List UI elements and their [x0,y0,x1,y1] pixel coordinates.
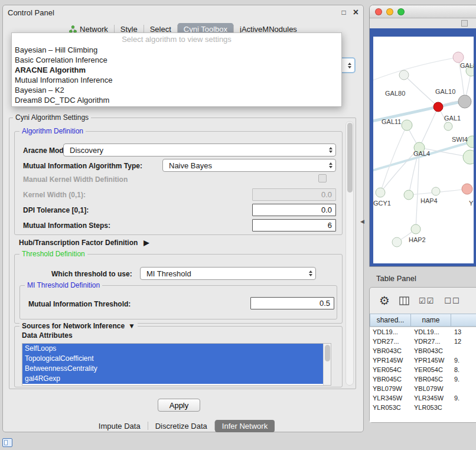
network-edge[interactable] [404,75,438,107]
network-node[interactable] [453,52,464,63]
tab-infer-network[interactable]: Infer Network [215,420,275,432]
table-cell: YDR27... [370,338,411,345]
aracne-mode-select[interactable]: Discovery [63,144,336,156]
mi-algorithm-type-select[interactable]: Naive Bayes [162,159,336,172]
network-node-label: SWI4 [452,136,468,143]
dpi-tolerance-field[interactable] [252,204,336,216]
columns-icon[interactable] [399,296,409,305]
control-panel-titlebar: Control Panel □ × [3,5,363,19]
list-scrollbar[interactable] [323,344,331,385]
select-all-icon[interactable]: ☑☑ [419,296,435,305]
table-row[interactable]: YLR345WYLR345W9. [370,393,476,403]
manual-kernel-width-checkbox[interactable] [318,174,327,182]
network-node[interactable] [444,122,452,131]
gear-icon[interactable]: ⚙ [379,295,390,306]
column-header-name[interactable]: name [411,314,451,327]
table-cell: YLR345W [411,394,451,402]
algorithm-option[interactable]: Basic Correlation Inference [12,55,341,65]
deselect-all-icon[interactable]: ☐☐ [444,296,460,305]
data-attribute-item[interactable]: gal4RGexp [22,374,323,384]
network-canvas[interactable]: GAL8GAL80GAL10GAL11GAL1SWI4GAL4GCY1HAP4H… [373,37,474,263]
apply-button[interactable]: Apply [158,399,200,412]
table-cell: YLR053C [370,404,411,411]
algorithm-option[interactable]: ARACNE Algorithm [12,65,341,75]
network-node[interactable] [376,188,385,197]
network-node-label: GAL10 [435,88,455,95]
sources-group: Sources for Network Inference ▼ Data Att… [14,326,343,387]
float-panel-icon[interactable]: □ [341,8,345,17]
tab-discretize-data[interactable]: Discretize Data [148,420,214,432]
network-view-frame: GAL8GAL80GAL10GAL11GAL1SWI4GAL4GCY1HAP4H… [370,28,476,266]
network-node[interactable] [402,120,412,131]
combo-arrows-icon [329,162,332,168]
algorithm-option[interactable]: Mutual Information Inference [12,75,341,85]
table-cell: YPR145W [370,357,411,364]
data-attribute-item[interactable]: SelfLoops [22,344,323,354]
algorithm-option[interactable]: Bayesian – K2 [12,85,341,95]
table-cell: 13 [451,328,476,335]
settings-scrollbar[interactable] [345,121,354,386]
network-node[interactable] [404,190,413,200]
table-cell: YDL19... [411,328,451,335]
data-attributes-list[interactable]: SelfLoopsTopologicalCoefficientBetweenne… [22,343,331,386]
network-node-label: GAL80 [385,90,405,97]
scrollbar-thumb[interactable] [347,123,353,193]
table-row[interactable]: YBR043CYBR043C [370,346,476,356]
column-header-partial[interactable] [451,314,476,327]
data-attribute-item[interactable]: TopologicalCoefficient [22,354,323,364]
view-corner-button[interactable] [461,20,468,27]
mi-algorithm-type-value: Naive Bayes [169,161,212,170]
scrollbar-thumb[interactable] [325,345,330,361]
table-row[interactable]: YDL19...YDL19...13 [370,327,476,337]
network-node[interactable] [462,184,472,194]
network-node[interactable] [411,224,420,234]
close-panel-icon[interactable]: × [353,8,358,17]
table-cell: YER054C [370,366,411,373]
network-node[interactable] [392,237,402,247]
algorithm-option[interactable]: Dream8 DC_TDC Algorithm [12,95,341,105]
table-row[interactable]: YDR27...YDR27...12 [370,337,476,346]
cyni-algorithm-settings-panel: Cyni Algorithm Settings Algorithm Defini… [9,118,356,389]
network-canvas-svg[interactable]: GAL8GAL80GAL10GAL11GAL1SWI4GAL4GCY1HAP4H… [373,37,474,263]
table-cell: YBR045C [370,376,411,383]
tab-infer-network-label: Infer Network [222,422,268,431]
mi-threshold-field[interactable] [250,297,334,309]
table-cell: 12 [451,338,476,345]
network-node[interactable] [463,150,474,164]
network-edge[interactable] [373,57,458,81]
table-cell: YDR27... [411,338,451,345]
table-cell: YBR043C [411,347,451,354]
hub-definition-toggle[interactable]: Hub/Transcription Factor Definition ▶ [19,239,149,247]
table-cell: 9. [451,376,476,383]
table-row[interactable]: YER054CYER054C8. [370,365,476,374]
sources-toggle[interactable]: Sources for Network Inference ▼ [19,322,138,330]
zoom-button[interactable] [397,8,405,15]
mi-steps-label: Mutual Information Steps: [23,221,110,230]
network-edge[interactable] [380,125,407,193]
mi-steps-field[interactable] [252,219,336,231]
network-edge[interactable] [419,107,438,148]
kernel-width-field [252,188,336,201]
tab-impute-data[interactable]: Impute Data [92,420,148,432]
network-node-label: GCY1 [373,200,391,207]
network-node[interactable] [433,102,443,112]
which-threshold-select[interactable]: MI Threshold [140,267,316,280]
table-row[interactable]: YPR145WYPR145W9. [370,356,476,365]
table-row[interactable]: YBR045CYBR045C9. [370,374,476,384]
column-header-shared-name[interactable]: shared... [370,314,411,327]
minimize-button[interactable] [386,8,393,15]
table-cell: YLR053C [411,404,451,411]
splitter-handle[interactable]: ◀ [360,219,364,224]
network-node[interactable] [432,187,440,195]
table-cell: YPR145W [411,357,451,364]
close-button[interactable] [375,8,382,15]
restore-panel-icon[interactable] [2,438,12,447]
which-threshold-label: Which threshold to use: [51,270,132,278]
algorithm-option[interactable]: Bayesian – Hill Climbing [12,45,341,55]
network-node[interactable] [458,95,471,108]
threshold-definition-title: Threshold Definition [19,250,87,258]
table-row[interactable]: YBL079WYBL079W [370,384,476,393]
data-attribute-item[interactable]: BetweennessCentrality [22,364,323,374]
network-node[interactable] [399,70,409,80]
table-row[interactable]: YLR053CYLR053C [370,403,476,412]
